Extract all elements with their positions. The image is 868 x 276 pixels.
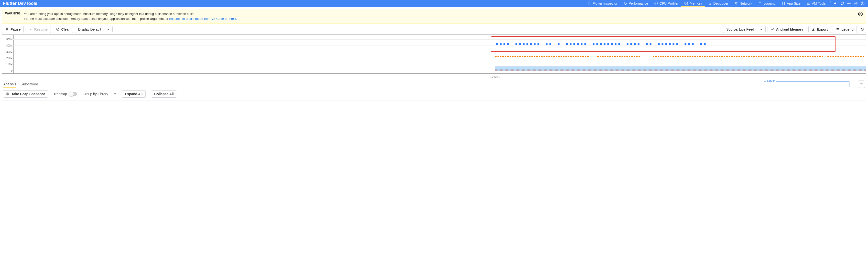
series-orange xyxy=(495,56,589,57)
file-icon xyxy=(781,1,785,5)
chevron-down-icon xyxy=(107,29,110,30)
main-tabs: Flutter Inspector Performance CPU Profil… xyxy=(584,0,866,7)
warning-line2-prefix: For the most accurate absolute memory st… xyxy=(24,17,169,21)
x-tick-label: 10:40:11 xyxy=(490,76,500,78)
warning-message: You are running your app in debug mode. … xyxy=(24,11,239,21)
hot-reload-button[interactable] xyxy=(832,0,839,7)
memory-toolbar: Pause Resume Clear Display Default Sourc… xyxy=(0,26,868,34)
settings-button[interactable] xyxy=(845,0,852,7)
y-tick: 200M xyxy=(6,57,12,59)
filter-button[interactable] xyxy=(858,81,865,88)
y-axis-line xyxy=(13,35,14,74)
separator: • xyxy=(829,0,832,7)
subtab-analysis[interactable]: Analysis xyxy=(3,81,16,88)
y-tick: 500M xyxy=(6,38,12,40)
gear-icon xyxy=(847,1,851,5)
take-heap-snapshot-button[interactable]: Take Heap Snapshot xyxy=(3,90,48,98)
debug-warning-banner: WARNING You are running your app in debu… xyxy=(2,9,866,24)
tab-memory[interactable]: Memory xyxy=(681,0,705,7)
search-input[interactable] xyxy=(764,81,849,87)
gear-icon xyxy=(861,28,864,31)
treemap-label: Treemap xyxy=(54,92,67,96)
source-dropdown[interactable]: Source: Live Feed xyxy=(723,26,765,33)
tab-debugger[interactable]: Debugger xyxy=(705,0,732,7)
tools-button[interactable] xyxy=(852,0,859,7)
search-label: Search xyxy=(766,79,776,82)
tab-app-size[interactable]: App Size xyxy=(779,0,804,7)
y-tick: 0 xyxy=(11,69,12,72)
clipboard-icon xyxy=(758,1,762,5)
aperture-icon xyxy=(6,92,9,96)
pulse-icon xyxy=(623,1,627,5)
tab-cpu-profiler[interactable]: CPU Profiler xyxy=(651,0,682,7)
chevron-down-icon xyxy=(760,29,763,30)
trend-icon xyxy=(771,28,774,31)
help-button[interactable] xyxy=(859,0,866,7)
series-gray-lower xyxy=(495,70,866,70)
tab-label: Performance xyxy=(629,1,648,5)
series-red xyxy=(495,70,866,71)
warning-title: WARNING xyxy=(5,11,21,15)
group-by-dropdown[interactable]: Group by Library xyxy=(83,92,116,96)
resume-button[interactable]: Resume xyxy=(26,26,51,33)
tab-label: Logging xyxy=(764,1,776,5)
tab-vm-tools[interactable]: VM Tools xyxy=(804,0,829,7)
tab-network[interactable]: Network xyxy=(732,0,755,7)
treemap-switch[interactable] xyxy=(69,92,77,96)
clear-button[interactable]: Clear xyxy=(53,26,73,33)
close-circle-icon xyxy=(858,11,863,17)
tab-label: Network xyxy=(740,1,752,5)
warning-line1: You are running your app in debug mode. … xyxy=(24,12,194,16)
analysis-toolbar: Take Heap Snapshot Treemap Group by Libr… xyxy=(0,88,868,99)
legend-button[interactable]: Legend xyxy=(833,26,857,33)
search-field[interactable]: Search xyxy=(764,81,849,87)
package-icon xyxy=(684,1,688,5)
tab-logging[interactable]: Logging xyxy=(755,0,779,7)
tab-label: CPU Profiler xyxy=(659,1,679,5)
top-app-bar: Flutter DevTools Flutter Inspector Perfo… xyxy=(0,0,868,7)
expand-all-button[interactable]: Expand All xyxy=(122,90,146,98)
memory-chart[interactable]: 500M 400M 300M 200M 100M 0 xyxy=(2,34,866,74)
y-tick: 400M xyxy=(6,44,12,47)
warning-line2-suffix: . xyxy=(238,17,239,21)
relaunch-profile-link[interactable]: relaunch in profile mode from VS Code or… xyxy=(169,17,238,21)
vm-icon xyxy=(806,1,810,5)
tab-performance[interactable]: Performance xyxy=(620,0,651,7)
tab-label: Flutter Inspector xyxy=(593,1,617,5)
subtab-allocations[interactable]: Allocations xyxy=(22,81,39,88)
help-icon xyxy=(861,1,865,5)
tab-label: App Size xyxy=(787,1,801,5)
bolt-icon xyxy=(833,1,837,5)
reload-icon xyxy=(840,1,844,5)
bug-icon xyxy=(708,1,712,5)
y-tick: 300M xyxy=(6,50,12,53)
events-highlight-box xyxy=(491,36,836,52)
series-gray-upper xyxy=(495,65,866,65)
dismiss-warning-button[interactable] xyxy=(858,11,863,17)
tab-label: Debugger xyxy=(713,1,728,5)
y-axis-labels: 500M 400M 300M 200M 100M 0 xyxy=(2,35,13,74)
ban-icon xyxy=(56,28,59,31)
chevron-down-icon xyxy=(114,93,116,95)
phone-icon xyxy=(587,1,591,5)
collapse-all-button[interactable]: Collapse All xyxy=(151,90,177,98)
display-dropdown[interactable]: Display Default xyxy=(75,26,113,33)
chart-settings-button[interactable] xyxy=(859,26,866,33)
android-memory-button[interactable]: Android Memory xyxy=(768,26,806,33)
app-title: Flutter DevTools xyxy=(3,1,37,6)
gear-bug-icon xyxy=(854,1,858,5)
tab-flutter-inspector[interactable]: Flutter Inspector xyxy=(584,0,620,7)
series-orange xyxy=(653,56,823,57)
pause-button[interactable]: Pause xyxy=(2,26,24,33)
download-icon xyxy=(811,28,815,31)
list-icon xyxy=(836,28,839,31)
snapshot-results-panel xyxy=(2,101,866,115)
export-button[interactable]: Export xyxy=(808,26,831,33)
tab-label: VM Tools xyxy=(812,1,826,5)
tab-label: Memory xyxy=(690,1,702,5)
plot-area: 10:40:11 xyxy=(13,35,866,74)
restart-button[interactable] xyxy=(839,0,845,7)
pause-icon xyxy=(5,28,8,31)
y-tick: 100M xyxy=(6,63,12,65)
treemap-toggle: Treemap xyxy=(54,92,78,96)
